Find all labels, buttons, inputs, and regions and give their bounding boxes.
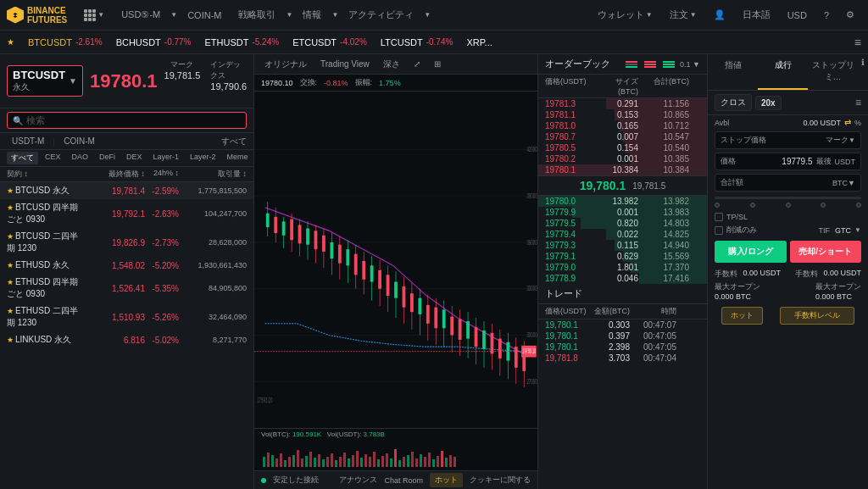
stop-price-dropdown[interactable]: マーク — [826, 135, 849, 146]
slider-track[interactable] — [715, 197, 861, 199]
nav-language[interactable]: 日本語 — [736, 5, 777, 25]
price-field[interactable]: 価格 19779.5 最後 USDT — [715, 153, 861, 170]
trade-row-0[interactable]: 19,780.1 0.303 00:47:07 — [538, 320, 707, 331]
slider-dot-0[interactable] — [715, 203, 720, 208]
cookies-btn[interactable]: クッキーに関する — [470, 475, 531, 486]
ob-view-asks[interactable] — [643, 58, 658, 70]
fav-star-6[interactable]: ★ — [7, 336, 14, 344]
cat-layer1[interactable]: Layer-1 — [149, 152, 184, 164]
ticker-item-4[interactable]: LTCUSDT -0.74% — [381, 37, 453, 47]
tif-chevron[interactable]: ▼ — [854, 226, 861, 234]
pair-row-5[interactable]: ★ETHUSD 二四半期 1230 1,510.93 -5.26% 32,464… — [0, 303, 253, 331]
nav-coinm[interactable]: COIN-M — [181, 7, 228, 24]
order-tab-info[interactable]: ℹ — [858, 54, 868, 90]
tab-limit[interactable]: 指値 — [708, 54, 758, 90]
cat-dao[interactable]: DAO — [68, 152, 93, 164]
cat-meme[interactable]: Meme — [223, 152, 253, 164]
ticker-item-0[interactable]: BTCUSDT -2.61% — [28, 37, 103, 47]
ticker-star-0[interactable]: ★ — [7, 37, 14, 47]
chart-depth-btn[interactable]: 深さ — [380, 57, 403, 72]
ob-view-bids[interactable] — [661, 58, 676, 70]
ob-ask-1[interactable]: 19781.1 0.153 10.865 — [538, 109, 707, 120]
slider-dot-25[interactable] — [750, 203, 755, 208]
tif-value[interactable]: GTC — [835, 226, 851, 235]
slider-dot-75[interactable] — [821, 203, 826, 208]
pair-row-0[interactable]: ★BTCUSD 永久 19,781.4 -2.59% 1,775,815,500 — [0, 182, 253, 199]
trade-row-3[interactable]: 19,781.8 3.703 00:47:04 — [538, 353, 707, 364]
ticker-item-5[interactable]: XRP... — [466, 37, 492, 47]
tab-all[interactable]: すべて — [221, 136, 247, 147]
ob-bid-3[interactable]: 19779.4 0.022 14.825 — [538, 229, 707, 240]
lever-settings-icon[interactable]: ≡ — [855, 97, 861, 108]
fav-star-5[interactable]: ★ — [7, 307, 14, 315]
ticker-item-3[interactable]: ETCUSDT -4.02% — [292, 37, 367, 47]
amount-field[interactable]: 合計額 BTC ▼ — [715, 174, 861, 192]
nav-settings[interactable]: ⚙ — [839, 6, 861, 24]
pair-row-4[interactable]: ★ETHUSD 四半期ごと 0930 1,526.41 -5.35% 84,90… — [0, 274, 253, 303]
tab-market[interactable]: 成行 — [758, 54, 808, 90]
leverage-btn[interactable]: 20x — [755, 96, 782, 110]
ob-bid-7[interactable]: 19778.9 0.046 17.416 — [538, 273, 707, 284]
slider-dot-100[interactable] — [856, 203, 861, 208]
logo[interactable]: BINANCEFUTURES — [7, 6, 67, 25]
cat-defi[interactable]: DeFi — [95, 152, 120, 164]
chart-expand-btn[interactable]: ⤢ — [410, 58, 424, 70]
nav-activity[interactable]: アクティビティ — [342, 5, 420, 25]
chart-original-btn[interactable]: オリジナル — [261, 57, 310, 72]
symbol-selector[interactable]: BTCUSDT 永久 ▼ — [7, 65, 83, 97]
nav-wallet[interactable]: ウォレット ▼ — [591, 5, 659, 25]
nav-info[interactable]: 情報 — [296, 5, 328, 25]
fav-star-0[interactable]: ★ — [7, 186, 14, 195]
ob-view-both[interactable] — [624, 58, 639, 70]
ob-ask-5[interactable]: 19780.2 0.001 10.385 — [538, 153, 707, 164]
chart-tradingview-btn[interactable]: Trading View — [317, 58, 373, 70]
fav-star-4[interactable]: ★ — [7, 278, 14, 286]
ob-bid-6[interactable]: 19779.0 1.801 17.370 — [538, 262, 707, 273]
cross-btn[interactable]: クロス — [715, 94, 752, 111]
tab-usdm[interactable]: USDT-M — [7, 135, 49, 147]
fee-level-btn[interactable]: 手数料レベル — [780, 307, 854, 325]
tab-stop-limit[interactable]: ストップリミ… — [808, 54, 858, 90]
tp-sl-checkbox[interactable] — [715, 213, 723, 221]
stop-price-field[interactable]: ストップ価格 マーク ▼ — [715, 131, 861, 149]
tab-coinm[interactable]: COIN-M — [58, 135, 100, 147]
nav-grid-btn[interactable]: ▼ — [77, 6, 111, 25]
nav-currency[interactable]: USD — [781, 7, 814, 24]
hot-btn[interactable]: ホット — [721, 307, 763, 325]
cat-dex[interactable]: DEX — [122, 152, 147, 164]
cat-all[interactable]: すべて — [7, 152, 38, 164]
ticker-more-btn[interactable]: ≡ — [854, 36, 861, 49]
nav-help[interactable]: ? — [817, 7, 836, 24]
ob-ask-3[interactable]: 19780.7 0.007 10.547 — [538, 131, 707, 142]
nav-usdm[interactable]: USD⑤-M — [114, 6, 167, 24]
slider-dot-50[interactable] — [786, 203, 791, 208]
ob-bid-0[interactable]: 19780.0 13.982 13.982 — [538, 196, 707, 207]
trade-row-2[interactable]: 19,780.1 2.398 00:47:05 — [538, 342, 707, 353]
ticker-item-2[interactable]: ETHUSDT -5.24% — [205, 37, 280, 47]
nav-account-icon[interactable]: 👤 — [707, 6, 732, 24]
buy-long-button[interactable]: 購入/ロング — [715, 241, 787, 263]
ob-bid-1[interactable]: 19779.9 0.001 13.983 — [538, 207, 707, 218]
trade-row-1[interactable]: 19,780.1 0.397 00:47:05 — [538, 331, 707, 342]
ob-bid-2[interactable]: 19779.5 0.820 14.803 — [538, 218, 707, 229]
chat-room-btn[interactable]: Chat Room — [384, 476, 423, 485]
search-input[interactable] — [26, 115, 241, 125]
nav-order[interactable]: 注文 ▼ — [663, 5, 704, 25]
pair-row-6[interactable]: ★LINKUSD 永久 6.816 -5.02% 8,271,770 — [0, 331, 253, 348]
ticker-item-1[interactable]: BCHUSDT -0.77% — [116, 37, 192, 47]
pair-row-1[interactable]: ★BTCUSD 四半期ごと 0930 19,792.1 -2.63% 104,2… — [0, 199, 253, 228]
transfer-icon[interactable]: ⇄ — [844, 118, 851, 127]
ob-size-selector[interactable]: 0.1 ▼ — [680, 60, 700, 69]
reduce-only-checkbox[interactable] — [715, 226, 723, 235]
fav-star-2[interactable]: ★ — [7, 232, 14, 241]
hot-status-btn[interactable]: ホット — [430, 473, 463, 487]
ob-ask-0[interactable]: 19781.3 0.291 11.156 — [538, 98, 707, 109]
amount-dropdown[interactable]: ▼ — [848, 179, 855, 187]
announce-btn[interactable]: アナウンス — [339, 475, 377, 486]
pair-row-2[interactable]: ★BTCUSD 二四半期 1230 19,826.9 -2.73% 28,628… — [0, 228, 253, 257]
ob-ask-6[interactable]: 19780.1 10.384 10.384 — [538, 164, 707, 175]
ob-ask-4[interactable]: 19780.5 0.154 10.540 — [538, 142, 707, 153]
fav-star-3[interactable]: ★ — [7, 261, 14, 270]
ob-bid-5[interactable]: 19779.1 0.629 15.569 — [538, 251, 707, 262]
cat-cex[interactable]: CEX — [41, 152, 65, 164]
